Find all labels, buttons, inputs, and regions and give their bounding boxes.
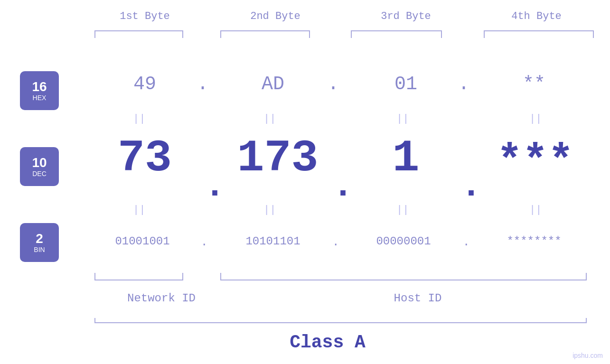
host-id-label: Host ID (332, 292, 503, 305)
dec-value-4: *** (475, 138, 596, 186)
bin-dot-1: . (201, 236, 207, 249)
byte-header-2: 2nd Byte (228, 10, 323, 22)
equals-hex-dec-1: || (133, 113, 145, 125)
bin-value-1: 01001001 (85, 235, 199, 248)
dec-value-2: 173 (216, 133, 339, 184)
bin-badge-label: BIN (34, 246, 45, 253)
watermark: ipshu.com (572, 352, 603, 359)
byte-header-3: 3rd Byte (358, 10, 453, 22)
bin-badge: 2 BIN (20, 223, 59, 262)
hex-value-1: 49 (95, 74, 195, 95)
byte-header-4: 4th Byte (489, 10, 584, 22)
equals-hex-dec-3: || (396, 113, 409, 125)
dec-value-1: 73 (85, 133, 204, 184)
equals-hex-dec-4: || (529, 113, 542, 125)
equals-dec-bin-4: || (529, 204, 542, 216)
bin-dot-3: . (463, 236, 469, 249)
hex-badge-label: HEX (33, 94, 47, 102)
dec-badge-number: 10 (32, 156, 47, 170)
equals-dec-bin-1: || (133, 204, 145, 216)
class-a-label: Class A (256, 332, 399, 353)
dec-badge-label: DEC (32, 170, 47, 177)
hex-badge: 16 HEX (20, 71, 59, 110)
dec-badge: 10 DEC (20, 147, 59, 186)
network-id-label: Network ID (107, 292, 216, 305)
hex-value-4: ** (479, 74, 589, 95)
bin-dot-2: . (332, 236, 339, 249)
bottom-bracket-lines (90, 271, 591, 285)
byte-header-1: 1st Byte (97, 10, 192, 22)
class-a-bracket-line (90, 316, 591, 325)
equals-dec-bin-2: || (263, 204, 276, 216)
bin-badge-number: 2 (36, 232, 43, 246)
hex-dot-1: . (197, 74, 208, 95)
hex-value-2: AD (223, 74, 323, 95)
top-bracket-lines (90, 26, 598, 40)
hex-dot-3: . (458, 74, 469, 95)
bin-value-2: 10101101 (216, 235, 330, 248)
equals-hex-dec-2: || (263, 113, 276, 125)
hex-dot-2: . (328, 74, 339, 95)
equals-dec-bin-3: || (396, 204, 409, 216)
hex-value-3: 01 (356, 74, 456, 95)
bin-value-4: ******** (477, 235, 591, 248)
hex-badge-number: 16 (32, 80, 47, 94)
dec-value-3: 1 (347, 133, 465, 184)
bin-value-3: 00000001 (347, 235, 460, 248)
